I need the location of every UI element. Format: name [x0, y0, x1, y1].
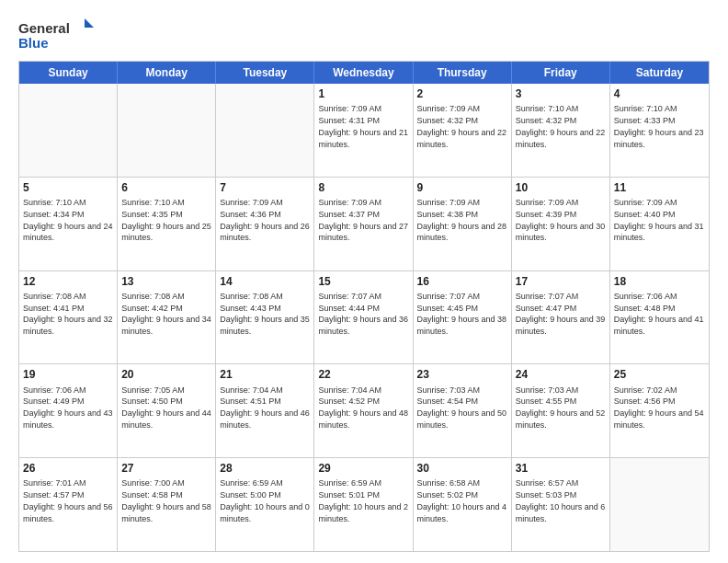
day-info: Sunrise: 6:59 AM Sunset: 5:01 PM Dayligh… [318, 478, 408, 523]
day-number: 23 [417, 367, 507, 382]
day-number: 14 [220, 274, 310, 289]
day-cell: 21Sunrise: 7:04 AM Sunset: 4:51 PM Dayli… [216, 364, 314, 457]
day-cell: 11Sunrise: 7:09 AM Sunset: 4:40 PM Dayli… [610, 178, 709, 270]
day-info: Sunrise: 7:09 AM Sunset: 4:32 PM Dayligh… [417, 104, 507, 148]
day-info: Sunrise: 7:10 AM Sunset: 4:32 PM Dayligh… [516, 104, 606, 148]
empty-cell [19, 84, 118, 177]
day-info: Sunrise: 6:57 AM Sunset: 5:03 PM Dayligh… [516, 478, 606, 523]
day-cell: 12Sunrise: 7:08 AM Sunset: 4:41 PM Dayli… [19, 271, 118, 364]
day-cell: 18Sunrise: 7:06 AM Sunset: 4:48 PM Dayli… [610, 271, 709, 364]
header: General Blue [18, 17, 710, 52]
day-number: 28 [220, 461, 310, 476]
day-cell: 8Sunrise: 7:09 AM Sunset: 4:37 PM Daylig… [314, 178, 413, 270]
day-number: 21 [220, 367, 310, 382]
day-cell: 22Sunrise: 7:04 AM Sunset: 4:52 PM Dayli… [314, 364, 413, 457]
day-cell: 7Sunrise: 7:09 AM Sunset: 4:36 PM Daylig… [216, 178, 314, 270]
day-cell: 20Sunrise: 7:05 AM Sunset: 4:50 PM Dayli… [118, 364, 216, 457]
day-number: 15 [318, 274, 408, 289]
day-info: Sunrise: 7:09 AM Sunset: 4:40 PM Dayligh… [614, 198, 704, 242]
day-cell: 5Sunrise: 7:10 AM Sunset: 4:34 PM Daylig… [19, 178, 118, 270]
day-cell: 13Sunrise: 7:08 AM Sunset: 4:42 PM Dayli… [118, 271, 216, 364]
day-cell: 19Sunrise: 7:06 AM Sunset: 4:49 PM Dayli… [19, 364, 118, 457]
day-info: Sunrise: 7:09 AM Sunset: 4:38 PM Dayligh… [417, 198, 507, 242]
day-info: Sunrise: 7:02 AM Sunset: 4:56 PM Dayligh… [614, 385, 704, 430]
day-info: Sunrise: 7:01 AM Sunset: 4:57 PM Dayligh… [23, 478, 113, 523]
weekday-header: Friday [512, 62, 610, 84]
weekday-header: Saturday [610, 62, 709, 84]
calendar-row: 26Sunrise: 7:01 AM Sunset: 4:57 PM Dayli… [19, 457, 709, 551]
weekday-header: Thursday [414, 62, 512, 84]
day-number: 18 [614, 274, 705, 289]
calendar-row: 19Sunrise: 7:06 AM Sunset: 4:49 PM Dayli… [19, 363, 709, 457]
day-info: Sunrise: 7:07 AM Sunset: 4:47 PM Dayligh… [516, 292, 606, 336]
day-cell: 6Sunrise: 7:10 AM Sunset: 4:35 PM Daylig… [118, 178, 216, 270]
day-number: 22 [318, 367, 408, 382]
day-info: Sunrise: 7:04 AM Sunset: 4:52 PM Dayligh… [318, 385, 408, 430]
page: General Blue SundayMondayTuesdayWednesda… [0, 0, 728, 563]
day-cell: 3Sunrise: 7:10 AM Sunset: 4:32 PM Daylig… [512, 84, 610, 177]
weekday-header: Tuesday [216, 62, 314, 84]
calendar: SundayMondayTuesdayWednesdayThursdayFrid… [18, 61, 710, 552]
empty-cell [216, 84, 314, 177]
day-info: Sunrise: 7:07 AM Sunset: 4:44 PM Dayligh… [318, 292, 408, 336]
day-cell: 31Sunrise: 6:57 AM Sunset: 5:03 PM Dayli… [512, 458, 610, 551]
day-number: 17 [516, 274, 606, 289]
logo-svg: General Blue [18, 17, 101, 52]
day-number: 5 [23, 180, 113, 195]
day-info: Sunrise: 6:58 AM Sunset: 5:02 PM Dayligh… [417, 478, 507, 523]
day-info: Sunrise: 7:08 AM Sunset: 4:43 PM Dayligh… [220, 292, 310, 336]
day-number: 24 [516, 367, 606, 382]
day-number: 12 [23, 274, 113, 289]
day-cell: 14Sunrise: 7:08 AM Sunset: 4:43 PM Dayli… [216, 271, 314, 364]
calendar-row: 1Sunrise: 7:09 AM Sunset: 4:31 PM Daylig… [19, 84, 709, 177]
empty-cell [118, 84, 216, 177]
svg-text:Blue: Blue [18, 35, 49, 51]
day-number: 16 [417, 274, 507, 289]
day-cell: 24Sunrise: 7:03 AM Sunset: 4:55 PM Dayli… [512, 364, 610, 457]
day-number: 30 [417, 461, 507, 476]
day-number: 6 [121, 180, 211, 195]
svg-text:General: General [18, 20, 70, 36]
day-number: 11 [614, 180, 705, 195]
day-cell: 1Sunrise: 7:09 AM Sunset: 4:31 PM Daylig… [314, 84, 413, 177]
day-number: 27 [121, 461, 211, 476]
calendar-body: 1Sunrise: 7:09 AM Sunset: 4:31 PM Daylig… [19, 84, 709, 551]
logo: General Blue [18, 17, 101, 52]
day-number: 4 [614, 86, 705, 101]
day-cell: 17Sunrise: 7:07 AM Sunset: 4:47 PM Dayli… [512, 271, 610, 364]
day-number: 29 [318, 461, 408, 476]
svg-marker-1 [85, 18, 94, 28]
day-info: Sunrise: 7:03 AM Sunset: 4:54 PM Dayligh… [417, 385, 507, 430]
day-info: Sunrise: 7:00 AM Sunset: 4:58 PM Dayligh… [121, 478, 211, 523]
day-number: 13 [121, 274, 211, 289]
day-cell: 2Sunrise: 7:09 AM Sunset: 4:32 PM Daylig… [414, 84, 512, 177]
day-cell: 10Sunrise: 7:09 AM Sunset: 4:39 PM Dayli… [512, 178, 610, 270]
day-cell: 27Sunrise: 7:00 AM Sunset: 4:58 PM Dayli… [118, 458, 216, 551]
day-number: 8 [318, 180, 408, 195]
day-info: Sunrise: 7:10 AM Sunset: 4:34 PM Dayligh… [23, 198, 113, 242]
weekday-header: Monday [118, 62, 216, 84]
calendar-row: 5Sunrise: 7:10 AM Sunset: 4:34 PM Daylig… [19, 177, 709, 270]
day-cell: 26Sunrise: 7:01 AM Sunset: 4:57 PM Dayli… [19, 458, 118, 551]
day-info: Sunrise: 7:08 AM Sunset: 4:42 PM Dayligh… [121, 292, 211, 336]
day-info: Sunrise: 7:10 AM Sunset: 4:33 PM Dayligh… [614, 104, 704, 148]
day-info: Sunrise: 7:09 AM Sunset: 4:31 PM Dayligh… [318, 104, 408, 148]
day-cell: 28Sunrise: 6:59 AM Sunset: 5:00 PM Dayli… [216, 458, 314, 551]
day-info: Sunrise: 7:09 AM Sunset: 4:37 PM Dayligh… [318, 198, 408, 242]
day-info: Sunrise: 7:03 AM Sunset: 4:55 PM Dayligh… [516, 385, 606, 430]
empty-cell [610, 458, 709, 551]
day-number: 20 [121, 367, 211, 382]
day-info: Sunrise: 6:59 AM Sunset: 5:00 PM Dayligh… [220, 478, 310, 523]
day-cell: 23Sunrise: 7:03 AM Sunset: 4:54 PM Dayli… [414, 364, 512, 457]
day-number: 31 [516, 461, 606, 476]
day-number: 26 [23, 461, 113, 476]
day-info: Sunrise: 7:09 AM Sunset: 4:39 PM Dayligh… [516, 198, 606, 242]
day-cell: 16Sunrise: 7:07 AM Sunset: 4:45 PM Dayli… [414, 271, 512, 364]
day-info: Sunrise: 7:06 AM Sunset: 4:49 PM Dayligh… [23, 385, 113, 430]
day-info: Sunrise: 7:10 AM Sunset: 4:35 PM Dayligh… [121, 198, 211, 242]
day-cell: 29Sunrise: 6:59 AM Sunset: 5:01 PM Dayli… [314, 458, 413, 551]
day-cell: 30Sunrise: 6:58 AM Sunset: 5:02 PM Dayli… [414, 458, 512, 551]
day-number: 3 [516, 86, 606, 101]
day-info: Sunrise: 7:08 AM Sunset: 4:41 PM Dayligh… [23, 292, 113, 336]
day-number: 19 [23, 367, 113, 382]
